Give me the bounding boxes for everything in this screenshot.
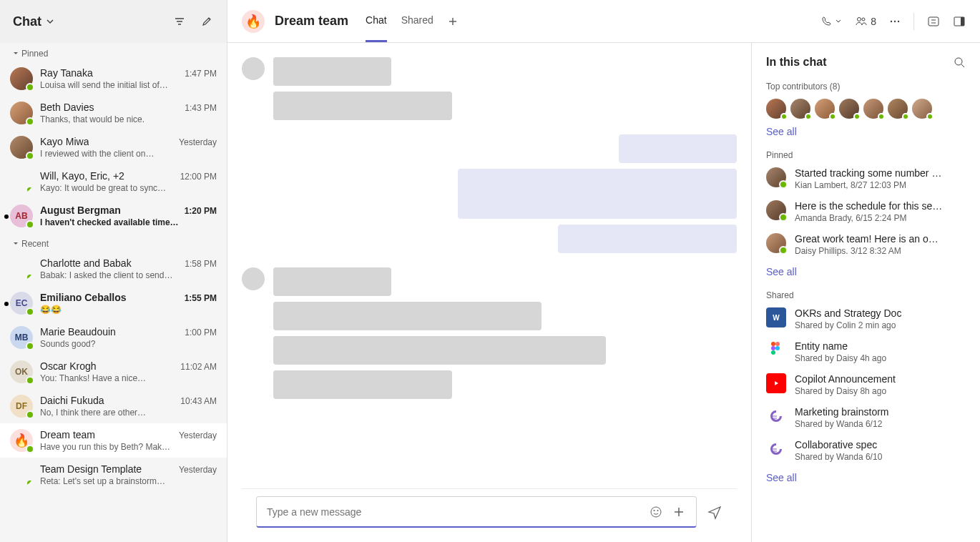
pinned-avatar: [766, 167, 786, 187]
chat-preview: Have you run this by Beth? Mak…: [40, 442, 217, 452]
shared-file-item[interactable]: Marketing brainstorm Shared by Wanda 6/1…: [766, 406, 966, 429]
see-all-shared-link[interactable]: See all: [766, 472, 797, 483]
youtube-icon: [766, 373, 786, 393]
chat-list-item[interactable]: MB Marie Beaudouin 1:00 PM Sounds good?: [0, 320, 227, 355]
new-chat-button[interactable]: [200, 14, 214, 29]
pinned-subtitle: Amanda Brady, 6/15 2:24 PM: [795, 213, 966, 223]
presence-indicator: [26, 186, 33, 193]
send-button[interactable]: [707, 504, 722, 520]
presence-indicator: [26, 479, 33, 486]
svg-rect-7: [961, 17, 964, 26]
loop-icon: [766, 439, 786, 459]
chat-list-item[interactable]: Charlotte and Babak 1:58 PM Babak: I ask…: [0, 252, 227, 286]
attach-button[interactable]: [672, 505, 686, 519]
shared-file-item[interactable]: Collaborative spec Shared by Wanda 6/10: [766, 439, 966, 462]
word-icon: W: [766, 307, 786, 327]
chat-list-item[interactable]: DF Daichi Fukuda 10:43 AM No, I think th…: [0, 389, 227, 423]
chat-list-item[interactable]: 🔥 Dream team Yesterday Have you run this…: [0, 423, 227, 458]
chat-list-item[interactable]: Will, Kayo, Eric, +2 12:00 PM Kayo: It w…: [0, 164, 227, 199]
phone-icon: [820, 16, 832, 27]
see-all-pinned-link[interactable]: See all: [766, 266, 797, 277]
copilot-button[interactable]: [927, 15, 940, 28]
contributor-avatar[interactable]: [863, 99, 883, 119]
main-area: 🔥 Dream team Chat Shared 8: [227, 0, 980, 542]
filter-button[interactable]: [172, 14, 187, 29]
message-bubble[interactable]: [273, 370, 452, 399]
pinned-message-item[interactable]: Here is the schedule for this se… Amanda…: [766, 200, 966, 223]
call-button[interactable]: [820, 16, 842, 27]
svg-point-14: [771, 342, 775, 346]
presence-indicator: [26, 445, 34, 453]
pinned-message-item[interactable]: Started tracking some number … Kian Lamb…: [766, 167, 966, 190]
svg-point-2: [891, 20, 892, 21]
contributor-avatar[interactable]: [766, 99, 786, 119]
tab-shared[interactable]: Shared: [401, 0, 433, 42]
message-bubble[interactable]: [619, 134, 737, 163]
chat-list-item[interactable]: Beth Davies 1:43 PM Thanks, that would b…: [0, 96, 227, 130]
presence-indicator: [26, 220, 34, 229]
chat-list-item[interactable]: Kayo Miwa Yesterday I reviewed with the …: [0, 130, 227, 164]
chat-list-item[interactable]: OK Oscar Krogh 11:02 AM You: Thanks! Hav…: [0, 355, 227, 389]
search-button[interactable]: [953, 56, 966, 69]
chat-preview: Kayo: It would be great to sync…: [40, 183, 217, 193]
message-bubble[interactable]: [273, 92, 452, 120]
emoji-button[interactable]: [649, 505, 663, 519]
contributor-avatar[interactable]: [912, 99, 932, 119]
plus-icon: [448, 16, 458, 26]
shared-title: Collaborative spec: [795, 439, 966, 450]
contributor-avatar[interactable]: [790, 99, 810, 119]
svg-point-1: [862, 18, 865, 21]
message-bubble[interactable]: [558, 225, 737, 253]
message-bubble[interactable]: [273, 302, 542, 330]
shared-file-item[interactable]: Copilot Announcement Shared by Daisy 8h …: [766, 373, 966, 396]
chat-preview: I reviewed with the client on…: [40, 149, 217, 159]
chat-timestamp: 1:55 PM: [185, 293, 217, 303]
see-all-contributors-link[interactable]: See all: [766, 126, 797, 137]
message-list[interactable]: [242, 57, 737, 488]
chat-name: Beth Davies: [40, 102, 94, 113]
message-bubble[interactable]: [458, 169, 737, 219]
shared-file-item[interactable]: Entity name Shared by Daisy 4h ago: [766, 340, 966, 363]
chevron-down-icon: [46, 17, 54, 26]
message-bubble[interactable]: [273, 57, 391, 86]
sender-avatar: [242, 57, 265, 80]
chat-list-item[interactable]: EC Emiliano Ceballos 1:55 PM 😂😂: [0, 286, 227, 320]
right-panel: In this chat Top contributors (8) See al…: [751, 43, 980, 542]
message-composer[interactable]: [256, 496, 697, 528]
message-input[interactable]: [267, 506, 640, 518]
chat-avatar: EC: [10, 292, 33, 315]
chat-name: Emiliano Ceballos: [40, 292, 127, 303]
chat-list-item[interactable]: Team Design Template Yesterday Reta: Let…: [0, 458, 227, 492]
chat-list-item[interactable]: Ray Tanaka 1:47 PM Louisa will send the …: [0, 61, 227, 96]
sidebar-title[interactable]: Chat: [13, 14, 54, 29]
more-options-button[interactable]: [889, 16, 901, 27]
chat-preview: You: Thanks! Have a nice…: [40, 373, 217, 383]
contributor-avatar[interactable]: [815, 99, 835, 119]
emoji-icon: [649, 505, 663, 519]
svg-point-11: [955, 58, 962, 65]
chat-name: Will, Kayo, Eric, +2: [40, 170, 124, 182]
participants-button[interactable]: 8: [855, 16, 876, 27]
contributor-avatar[interactable]: [888, 99, 908, 119]
pinned-section-label[interactable]: Pinned: [0, 43, 227, 61]
tab-chat[interactable]: Chat: [366, 0, 387, 42]
shared-file-item[interactable]: W OKRs and Strategy Doc Shared by Colin …: [766, 307, 966, 330]
open-panel-button[interactable]: [953, 15, 966, 28]
chat-list[interactable]: Pinned Ray Tanaka 1:47 PM Louisa will se…: [0, 43, 227, 542]
message-bubble[interactable]: [273, 336, 606, 365]
contributor-avatar[interactable]: [839, 99, 859, 119]
chat-timestamp: 1:47 PM: [185, 69, 217, 79]
chat-name: Marie Beaudouin: [40, 326, 116, 337]
recent-section-label[interactable]: Recent: [0, 233, 227, 252]
presence-indicator: [26, 117, 34, 126]
shared-title: Marketing brainstorm: [795, 406, 966, 418]
svg-point-17: [775, 346, 780, 350]
pinned-message-item[interactable]: Great work team! Here is an o… Daisy Phi…: [766, 233, 966, 256]
add-tab-button[interactable]: [448, 16, 458, 26]
message-bubble[interactable]: [273, 267, 391, 296]
incoming-message-group: [242, 57, 737, 120]
chat-avatar: [10, 136, 33, 159]
send-icon: [707, 504, 722, 520]
chat-list-item[interactable]: AB August Bergman 1:20 PM I haven't chec…: [0, 199, 227, 233]
svg-point-3: [894, 20, 896, 21]
